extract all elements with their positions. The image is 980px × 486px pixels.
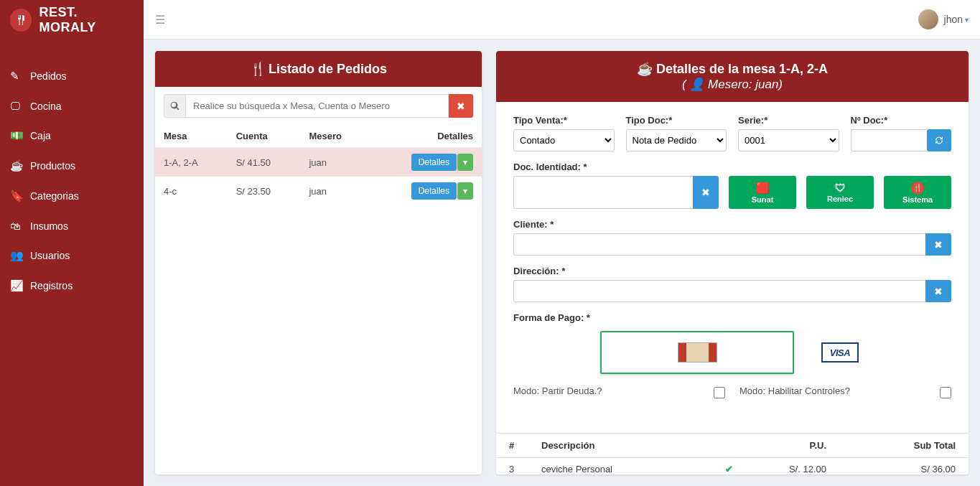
- fork-knife-icon: 🍴: [250, 62, 266, 76]
- order-row[interactable]: 1-A, 2-A S/ 41.50 juan Detalles ▾: [155, 148, 482, 177]
- reniec-button[interactable]: 🛡Reniec: [806, 176, 874, 209]
- order-row[interactable]: 4-c S/ 23.50 juan Detalles ▾: [155, 177, 482, 205]
- check-icon: ✔: [725, 464, 733, 475]
- cell-mesero: juan: [300, 177, 370, 205]
- col-sub: Sub Total: [839, 434, 969, 458]
- col-mesero: Mesero: [300, 125, 370, 148]
- cell-desc: ceviche Personal✔: [528, 458, 746, 481]
- main-nav: ✎ Pedidos 🖵 Cocina 💵 Caja ☕ Productos 🔖 …: [0, 39, 144, 301]
- col-detalles: Detalles: [370, 125, 482, 148]
- col-mesa: Mesa: [155, 125, 228, 148]
- nav-categorias[interactable]: 🔖 Categorias: [0, 181, 144, 211]
- cell-cuenta: S/ 23.50: [228, 177, 301, 205]
- tipo-doc-select[interactable]: Nota de Pedido: [626, 129, 727, 151]
- sunat-icon: 🟥: [756, 182, 770, 195]
- clear-direccion-button[interactable]: ✖: [925, 280, 951, 302]
- cell-sub: S/ 2.00: [839, 481, 969, 487]
- monitor-icon: 🖵: [10, 100, 30, 112]
- sistema-button[interactable]: 🍴Sistema: [884, 176, 951, 209]
- detail-dropdown-button[interactable]: ▾: [457, 154, 473, 171]
- label-doc-identidad: Doc. Identidad: *: [513, 162, 951, 172]
- label-forma-pago: Forma de Pago: *: [513, 312, 951, 323]
- cliente-input[interactable]: [513, 233, 925, 256]
- nav-insumos[interactable]: 🛍 Insumos: [0, 211, 144, 240]
- nav-registros[interactable]: 📈 Registros: [0, 271, 144, 301]
- col-cuenta: Cuenta: [228, 125, 301, 148]
- brand-name: REST. MORALY: [39, 5, 134, 35]
- chevron-down-icon: ▾: [965, 16, 969, 24]
- nav-label: Caja: [30, 130, 51, 141]
- label-ndoc: Nº Doc:*: [851, 115, 952, 126]
- pay-cash-option[interactable]: [600, 331, 794, 374]
- tag-icon: 🔖: [10, 190, 30, 202]
- reniec-icon: 🛡: [835, 182, 846, 194]
- sidebar: REST. MORALY ✎ Pedidos 🖵 Cocina 💵 Caja ☕…: [0, 0, 144, 486]
- ndoc-input[interactable]: [851, 129, 928, 151]
- user-menu[interactable]: jhon ▾: [918, 9, 969, 29]
- col-num: #: [496, 434, 528, 458]
- toggle-sidebar-button[interactable]: ☰: [155, 13, 165, 27]
- modo-partir-checkbox[interactable]: [714, 387, 725, 398]
- items-table: # Descripción P.U. Sub Total 3 ceviche P…: [496, 433, 969, 486]
- fork-knife-icon: [10, 9, 32, 32]
- orders-panel: 🍴Listado de Pedidos ✖ Mesa Cuenta Mesero: [155, 51, 482, 475]
- detail-dropdown-button[interactable]: ▾: [457, 182, 473, 200]
- search-icon: [164, 94, 185, 118]
- clear-cliente-button[interactable]: ✖: [925, 233, 951, 256]
- label-modo-partir: Modo: Partir Deuda.?: [513, 385, 704, 396]
- serie-select[interactable]: 0001: [738, 129, 839, 151]
- col-pu: P.U.: [746, 434, 839, 458]
- search-input[interactable]: [185, 94, 449, 118]
- pay-visa-option[interactable]: VISA: [816, 331, 864, 374]
- item-row: 3 ceviche Personal✔ S/. 12.00 S/ 36.00: [496, 458, 969, 481]
- cell-num: 3: [496, 458, 528, 481]
- sunat-button[interactable]: 🟥Sunat: [729, 176, 796, 209]
- user-name: jhon: [944, 14, 963, 25]
- details-panel: ☕ Detalles de la mesa 1-A, 2-A ( 👤 Meser…: [496, 51, 969, 475]
- nav-label: Pedidos: [30, 70, 67, 82]
- edit-icon: ✎: [10, 70, 30, 83]
- label-cliente: Cliente: *: [513, 219, 951, 230]
- label-modo-habilitar: Modo: Habilitar Controles?: [739, 385, 930, 396]
- detail-button[interactable]: Detalles: [411, 182, 457, 200]
- label-tipo-venta: Tipo Venta:*: [513, 115, 615, 126]
- nav-label: Registros: [30, 280, 73, 291]
- clear-search-button[interactable]: ✖: [449, 94, 473, 118]
- nav-cocina[interactable]: 🖵 Cocina: [0, 91, 144, 121]
- nav-label: Productos: [30, 160, 75, 172]
- users-icon: 👥: [10, 249, 30, 262]
- cell-pu: S/. 2.00: [746, 481, 839, 487]
- direccion-input[interactable]: [513, 280, 925, 302]
- cell-pu: S/. 12.00: [746, 458, 839, 481]
- avatar: [918, 9, 938, 29]
- clear-doc-button[interactable]: ✖: [693, 176, 719, 209]
- nav-label: Usuarios: [30, 250, 70, 261]
- label-serie: Serie:*: [738, 115, 839, 126]
- nav-label: Insumos: [30, 220, 68, 232]
- details-panel-header: ☕ Detalles de la mesa 1-A, 2-A ( 👤 Meser…: [496, 51, 969, 102]
- label-direccion: Dirección: *: [513, 266, 951, 276]
- modo-habilitar-checkbox[interactable]: [940, 387, 951, 398]
- cell-sub: S/ 36.00: [839, 458, 969, 481]
- doc-identidad-input[interactable]: [513, 176, 693, 209]
- cash-icon: 💵: [10, 129, 30, 142]
- refresh-button[interactable]: [927, 129, 951, 151]
- cup-icon: ☕: [10, 159, 30, 172]
- visa-icon: VISA: [821, 342, 859, 363]
- cell-mesa: 1-A, 2-A: [155, 148, 228, 177]
- nav-pedidos[interactable]: ✎ Pedidos: [0, 61, 144, 91]
- brand-logo: REST. MORALY: [0, 0, 144, 39]
- nav-label: Cocina: [30, 101, 62, 112]
- nav-caja[interactable]: 💵 Caja: [0, 121, 144, 151]
- tipo-venta-select[interactable]: Contado: [513, 129, 615, 151]
- col-desc: Descripción: [528, 434, 746, 458]
- nav-usuarios[interactable]: 👥 Usuarios: [0, 240, 144, 271]
- cell-cuenta: S/ 41.50: [228, 148, 301, 177]
- waiter-icon: 👤: [689, 78, 708, 91]
- detail-button[interactable]: Detalles: [411, 154, 457, 171]
- basket-icon: 🛍: [10, 220, 30, 232]
- label-tipo-doc: Tipo Doc:*: [626, 115, 727, 126]
- chart-icon: 📈: [10, 279, 30, 292]
- orders-table: Mesa Cuenta Mesero Detalles 1-A, 2-A S/ …: [155, 125, 482, 205]
- nav-productos[interactable]: ☕ Productos: [0, 151, 144, 181]
